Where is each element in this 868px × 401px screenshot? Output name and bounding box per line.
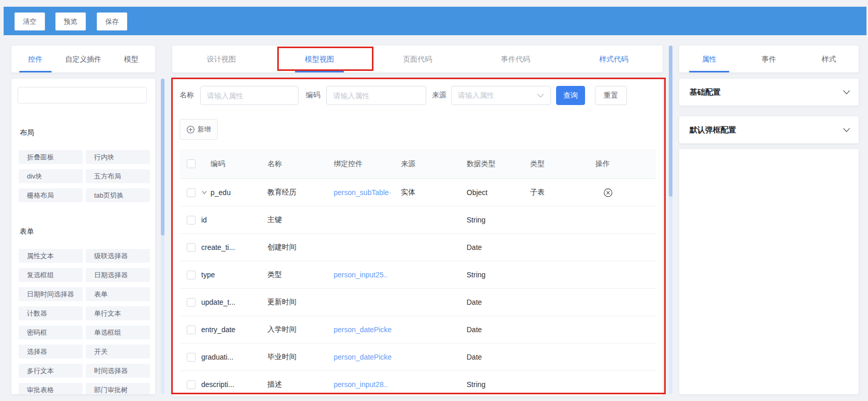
component-item[interactable]: 单行文本 — [86, 306, 150, 320]
cell-checkbox — [179, 325, 197, 334]
cell-name: 创建时间 — [264, 243, 331, 252]
table-row: entry_date入学时间person_datePickeDate — [179, 316, 656, 344]
component-item[interactable]: 行内块 — [86, 150, 150, 164]
col-header-operation: 操作 — [592, 159, 656, 169]
attribute-code: graduati... — [201, 353, 233, 361]
bound-control-link[interactable]: person_input25.. — [334, 271, 387, 279]
row-checkbox[interactable] — [187, 188, 196, 197]
component-item[interactable]: 表单 — [86, 287, 150, 301]
source-select-placeholder: 请输入属性 — [458, 91, 537, 100]
component-sections: 布局折叠面板行内块div块五方布局栅格布局tab页切换表单属性文本级联选择器复选… — [11, 128, 155, 394]
component-item[interactable]: 多行文本 — [19, 364, 83, 378]
right-tab-bar: 属性 事件 样式 — [679, 46, 859, 72]
cell-data-type: String — [463, 380, 527, 389]
save-button[interactable]: 保存 — [97, 12, 127, 31]
bound-control-link[interactable]: person_subTable· — [334, 188, 391, 197]
component-item[interactable]: 选择器 — [19, 345, 83, 359]
add-button[interactable]: 新增 — [179, 119, 218, 140]
attribute-code: descripti... — [201, 380, 234, 389]
tab-model-view[interactable]: 模型视图 — [271, 46, 369, 72]
tab-custom-plugins[interactable]: 自定义插件 — [59, 46, 108, 72]
row-checkbox[interactable] — [187, 243, 196, 252]
component-item[interactable]: 开关 — [86, 345, 150, 359]
component-item[interactable]: 部门审批树 — [86, 383, 150, 394]
tab-properties[interactable]: 属性 — [679, 46, 739, 72]
default-dialog-config-title: 默认弹框配置 — [690, 125, 843, 135]
tab-style-code[interactable]: 样式代码 — [564, 46, 663, 72]
code-filter-input[interactable] — [326, 86, 426, 105]
component-item[interactable]: 复选框组 — [19, 268, 83, 282]
component-item[interactable]: 计数器 — [19, 306, 83, 320]
center-scrollbar-thumb[interactable] — [669, 46, 672, 197]
page: { "topbar": { "buttons": ["清空", "预览", "保… — [0, 0, 868, 401]
component-item[interactable]: 日期时间选择器 — [19, 287, 83, 301]
bound-control-link[interactable]: person_input28.. — [334, 380, 387, 389]
cell-checkbox — [179, 380, 197, 389]
cell-checkbox — [179, 298, 197, 307]
cell-bound-control: person_input25.. — [331, 271, 398, 279]
cell-checkbox — [179, 243, 197, 252]
clear-button[interactable]: 清空 — [14, 12, 45, 31]
component-grid: 属性文本级联选择器复选框组日期选择器日期时间选择器表单计数器单行文本密码框单选框… — [19, 249, 150, 394]
delete-icon[interactable] — [604, 188, 612, 197]
attribute-code: p_edu — [211, 188, 231, 197]
default-dialog-config-section-header[interactable]: 默认弹框配置 — [679, 116, 859, 143]
preview-button[interactable]: 预览 — [55, 12, 86, 31]
circle-plus-icon — [187, 126, 194, 133]
cell-checkbox — [179, 271, 197, 279]
row-checkbox[interactable] — [187, 298, 196, 307]
tab-styles[interactable]: 样式 — [799, 46, 859, 72]
cell-data-type: String — [463, 216, 527, 224]
component-item[interactable]: 审批表格 — [19, 383, 83, 394]
component-item[interactable]: 属性文本 — [19, 249, 83, 263]
component-item[interactable]: 密码框 — [19, 325, 83, 339]
tab-model[interactable]: 模型 — [107, 46, 155, 72]
cell-code: graduati... — [197, 353, 264, 361]
cell-source: 实体 — [398, 188, 463, 197]
component-item[interactable]: 日期选择器 — [86, 268, 150, 282]
bound-control-link[interactable]: person_datePicke — [334, 325, 392, 334]
cell-checkbox — [179, 188, 197, 197]
cell-data-type: Object — [463, 188, 527, 197]
component-item[interactable]: div块 — [19, 169, 83, 183]
component-item[interactable]: 时间选择器 — [86, 364, 150, 378]
row-checkbox[interactable] — [187, 325, 196, 334]
left-scrollbar-thumb[interactable] — [161, 79, 164, 235]
table-row: create_ti...创建时间Date — [179, 234, 656, 261]
component-search-input[interactable] — [18, 87, 147, 103]
cell-data-type: Date — [463, 325, 527, 334]
bound-control-link[interactable]: person_datePicke — [334, 353, 392, 361]
component-item[interactable]: tab页切换 — [86, 188, 150, 202]
table-row: update_t...更新时间Date — [179, 289, 656, 316]
tab-controls[interactable]: 控件 — [11, 46, 59, 72]
component-item[interactable]: 五方布局 — [86, 169, 150, 183]
row-checkbox[interactable] — [187, 216, 196, 225]
row-checkbox[interactable] — [187, 353, 196, 362]
cell-type: 子表 — [527, 188, 592, 197]
select-all-checkbox[interactable] — [187, 159, 196, 168]
table-row: id主键String — [179, 206, 656, 234]
reset-button[interactable]: 重置 — [595, 86, 627, 105]
name-filter-input[interactable] — [200, 86, 298, 105]
left-tab-bar: 控件 自定义插件 模型 — [11, 46, 155, 72]
attribute-code: update_t... — [201, 298, 235, 306]
component-item[interactable]: 单选框组 — [86, 325, 150, 339]
row-checkbox[interactable] — [187, 380, 196, 389]
component-item[interactable]: 栅格布局 — [19, 188, 83, 202]
basic-config-title: 基础配置 — [690, 87, 843, 97]
table-row: graduati...毕业时间person_datePickeDate — [179, 344, 656, 371]
tab-page-code[interactable]: 页面代码 — [368, 46, 467, 72]
row-checkbox[interactable] — [187, 271, 196, 279]
component-item[interactable]: 折叠面板 — [19, 150, 83, 164]
tab-event-code[interactable]: 事件代码 — [467, 46, 565, 72]
tab-events[interactable]: 事件 — [739, 46, 799, 72]
center-tab-bar: 设计视图 模型视图 页面代码 事件代码 样式代码 — [172, 46, 663, 72]
cell-data-type: Date — [463, 243, 527, 251]
component-item[interactable]: 级联选择器 — [86, 249, 150, 263]
basic-config-section-header[interactable]: 基础配置 — [679, 79, 859, 106]
query-button[interactable]: 查询 — [556, 86, 585, 105]
expand-arrow-icon[interactable] — [201, 189, 207, 196]
cell-data-type: String — [463, 271, 527, 279]
source-filter-select[interactable]: 请输入属性 — [451, 86, 551, 105]
tab-design-view[interactable]: 设计视图 — [172, 46, 271, 72]
